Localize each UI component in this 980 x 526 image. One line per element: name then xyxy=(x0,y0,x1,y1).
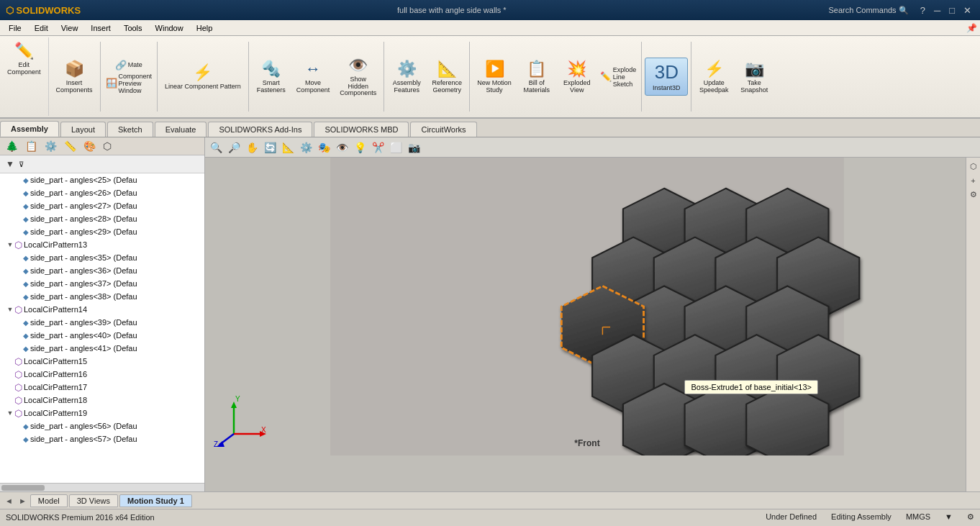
camera-icon[interactable]: 📷 xyxy=(406,140,422,155)
display-style-icon[interactable]: 🎭 xyxy=(316,140,332,155)
tab-circuitworks[interactable]: CircuitWorks xyxy=(410,122,476,137)
view-settings-icon[interactable]: ⚙️ xyxy=(298,140,314,155)
feature-tree-btn[interactable]: 🌲 xyxy=(3,139,21,153)
feature-tree-panel: 🌲 📋 ⚙️ 📏 🎨 ⬡ ▼ ⊽ ◆side_part - angles<25>… xyxy=(0,137,205,491)
update-speedpak-button[interactable]: ⚡ Update Speedpak xyxy=(694,57,733,97)
tree-expand-icon[interactable]: ▼ xyxy=(6,241,14,248)
linear-component-pattern-button[interactable]: ⚡ Linear Component Pattern xyxy=(160,60,245,94)
tab-sketch[interactable]: Sketch xyxy=(107,122,153,137)
tree-item[interactable]: ◆side_part - angles<35> (Defau xyxy=(0,251,204,264)
insert-components-button[interactable]: 📦 Insert Components xyxy=(52,57,97,97)
pattern-icon: ⬡ xyxy=(14,304,22,315)
bottom-tab-model[interactable]: Model xyxy=(30,494,68,507)
assembly-features-button[interactable]: ⚙️ Assembly Features xyxy=(387,57,426,97)
tree-item[interactable]: ◆side_part - angles<56> (Defau xyxy=(0,420,204,432)
config-manager-btn[interactable]: ⚙️ xyxy=(42,139,60,153)
tree-expand-icon[interactable]: ▼ xyxy=(6,306,14,313)
menu-window[interactable]: Window xyxy=(150,22,189,34)
tab-layout[interactable]: Layout xyxy=(60,122,106,137)
tree-item[interactable]: ◆side_part - angles<36> (Defau xyxy=(0,264,204,277)
display-manager-btn[interactable]: 🎨 xyxy=(81,139,99,153)
tree-item[interactable]: ◆side_part - angles<57> (Defau xyxy=(0,432,204,445)
component-preview-button[interactable]: 🪟 Component Preview Window xyxy=(104,72,155,95)
tree-item[interactable]: ⬡LocalCirPattern16 xyxy=(0,368,204,381)
tab-assembly[interactable]: Assembly xyxy=(0,121,59,137)
tab-solidworks-addins[interactable]: SOLIDWORKS Add-Ins xyxy=(208,122,312,137)
tree-expand-icon[interactable]: ▼ xyxy=(6,409,14,417)
part-icon: ◆ xyxy=(23,189,29,197)
tree-item[interactable]: ◆side_part - angles<41> (Defau xyxy=(0,342,204,355)
smart-fasteners-button[interactable]: 🔩 Smart Fasteners xyxy=(252,57,291,97)
restore-button[interactable]: □ xyxy=(946,5,958,16)
bottom-tab-3d-views[interactable]: 3D Views xyxy=(69,494,118,507)
reference-geometry-button[interactable]: 📐 Reference Geometry xyxy=(427,57,466,97)
filter-label: ⊽ xyxy=(19,160,24,168)
edit-component-button[interactable]: ✏️ Edit Component xyxy=(3,39,45,79)
exploded-view-button[interactable]: 💥 Exploded View xyxy=(558,57,596,97)
tab-evaluate[interactable]: Evaluate xyxy=(155,122,207,137)
rp-settings-btn[interactable]: ⚙ xyxy=(968,189,979,201)
tree-item-label: LocalCirPattern16 xyxy=(24,370,87,378)
view-orientation-icon[interactable]: 📐 xyxy=(280,140,296,155)
search-commands-input[interactable]: Search Commands 🔍 xyxy=(822,5,914,16)
appearance-btn[interactable]: ⬡ xyxy=(100,139,114,153)
view-cube-btn[interactable]: ⬡ xyxy=(968,160,979,173)
property-manager-btn[interactable]: 📋 xyxy=(22,139,40,153)
section-view-icon[interactable]: ✂️ xyxy=(370,140,386,155)
help-button[interactable]: ? xyxy=(917,5,928,16)
horizontal-scrollbar[interactable] xyxy=(0,483,204,491)
mate-button[interactable]: 🔗 Mate xyxy=(113,59,145,71)
feature-tree[interactable]: ◆side_part - angles<25> (Defau◆side_part… xyxy=(0,173,204,483)
bill-of-materials-button[interactable]: 📋 Bill of Materials xyxy=(517,57,556,97)
pan-icon[interactable]: ✋ xyxy=(244,140,260,155)
menu-tools[interactable]: Tools xyxy=(118,22,148,34)
bottom-tab-motion-study[interactable]: Motion Study 1 xyxy=(119,494,192,507)
instant3d-button[interactable]: 3D Instant3D xyxy=(645,58,688,96)
canvas-area[interactable]: Boss-Extrude1 of base_initial<13> Y X Z … xyxy=(205,158,969,455)
rp-zoom-btn[interactable]: + xyxy=(969,175,976,186)
tree-item[interactable]: ▼⬡LocalCirPattern19 xyxy=(0,407,204,420)
tree-item[interactable]: ◆side_part - angles<25> (Defau xyxy=(0,173,204,186)
zoom-to-fit-icon[interactable]: 🔍 xyxy=(208,140,224,155)
tree-item[interactable]: ▼⬡LocalCirPattern14 xyxy=(0,303,204,316)
explode-line-icon: ✏️ xyxy=(600,71,612,82)
tree-item[interactable]: ◆side_part - angles<40> (Defau xyxy=(0,329,204,342)
move-component-button[interactable]: ↔️ Move Component xyxy=(292,57,335,97)
menu-file[interactable]: File xyxy=(3,22,27,34)
new-motion-study-button[interactable]: ▶️ New Motion Study xyxy=(473,57,516,97)
take-snapshot-button[interactable]: 📷 Take Snapshot xyxy=(735,57,773,97)
explode-line-sketch-button[interactable]: ✏️ Explode Line Sketch xyxy=(598,65,639,89)
tree-item[interactable]: ◆side_part - angles<39> (Defau xyxy=(0,316,204,329)
tree-item[interactable]: ◆side_part - angles<27> (Defau xyxy=(0,199,204,212)
tree-item-label: side_part - angles<39> (Defau xyxy=(30,318,137,327)
rotate-icon[interactable]: 🔄 xyxy=(262,140,278,155)
dim-xpert-btn[interactable]: 📏 xyxy=(61,139,79,153)
menu-edit[interactable]: Edit xyxy=(29,22,54,34)
close-button[interactable]: ✕ xyxy=(961,5,974,16)
status-settings-icon[interactable]: ⚙ xyxy=(967,512,974,522)
tree-item[interactable]: ◆side_part - angles<29> (Defau xyxy=(0,225,204,238)
tree-item[interactable]: ⬡LocalCirPattern18 xyxy=(0,394,204,407)
tree-item[interactable]: ◆side_part - angles<28> (Defau xyxy=(0,212,204,225)
tree-item[interactable]: ◆side_part - angles<37> (Defau xyxy=(0,277,204,290)
tree-item[interactable]: ⬡LocalCirPattern15 xyxy=(0,355,204,368)
tab-nav-next[interactable]: ► xyxy=(17,496,29,506)
lights-icon[interactable]: 💡 xyxy=(352,140,368,155)
3d-viewport[interactable]: 🔍 🔎 ✋ 🔄 📐 ⚙️ 🎭 👁️ 💡 ✂️ ⬜ 📷 xyxy=(205,137,980,491)
menu-view[interactable]: View xyxy=(55,22,84,34)
minimize-button[interactable]: ─ xyxy=(931,5,943,16)
tree-item[interactable]: ▼⬡LocalCirPattern13 xyxy=(0,238,204,251)
tree-item[interactable]: ◆side_part - angles<38> (Defau xyxy=(0,290,204,303)
tree-item[interactable]: ◆side_part - angles<26> (Defau xyxy=(0,186,204,199)
view-cube-icon[interactable]: ⬜ xyxy=(388,140,404,155)
hide-show-icon[interactable]: 👁️ xyxy=(334,140,350,155)
tab-nav-prev[interactable]: ◄ xyxy=(3,496,15,506)
tree-item[interactable]: ⬡LocalCirPattern17 xyxy=(0,381,204,394)
menu-insert[interactable]: Insert xyxy=(85,22,117,34)
zoom-to-area-icon[interactable]: 🔎 xyxy=(226,140,242,155)
tab-solidworks-mbd[interactable]: SOLIDWORKS MBD xyxy=(314,122,409,137)
part-icon: ◆ xyxy=(23,345,29,353)
show-hidden-button[interactable]: 👁️ Show Hidden Components xyxy=(335,53,381,101)
filter-icon[interactable]: ▼ xyxy=(3,158,17,171)
menu-help[interactable]: Help xyxy=(191,22,219,34)
